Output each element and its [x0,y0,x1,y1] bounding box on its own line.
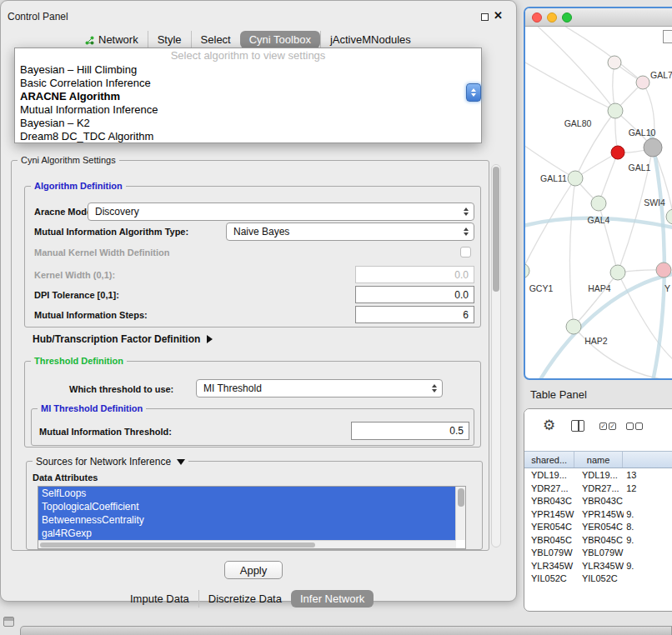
mi-threshold-group-title: MI Threshold Definition [38,403,146,413]
bottom-tab-discretize-data[interactable]: Discretize Data [198,590,291,608]
algorithm-option-mutual-information-inference[interactable]: Mutual Information Inference [15,103,481,117]
attribute-item-gal4rgexp[interactable]: gal4RGexp [38,527,456,540]
network-node-y[interactable] [656,262,671,278]
network-node-swi4[interactable] [666,209,672,224]
table-cell: YDL19... [524,469,575,482]
close-icon[interactable]: ✕ [494,9,503,22]
algorithm-combo-stepper[interactable] [466,83,481,102]
tab-network[interactable]: Network [76,31,148,48]
list-vscrollbar[interactable] [455,487,465,540]
table-row[interactable]: YBR045CYBR045C9. [524,534,672,548]
node-label-swi4: SWI4 [644,198,665,208]
close-traffic-light[interactable] [532,12,542,22]
bottom-tab-infer-network[interactable]: Infer Network [291,590,374,608]
column-header-shared[interactable]: shared... [524,452,574,468]
algorithm-option-dream8-dc-tdc-algorithm[interactable]: Dream8 DC_TDC Algorithm [15,130,481,143]
network-node-hap4[interactable] [610,265,625,280]
table-row[interactable]: YDR27...YDR27...12 [524,482,672,496]
network-titlebar[interactable] [525,8,672,27]
sources-section-toggle[interactable]: Sources for Network Inference [33,456,188,468]
node-label-gal1: GAL1 [629,162,651,172]
aracne-mode-combo[interactable]: Discovery [88,202,474,221]
tab-jactivemnodules[interactable]: jActiveMNodules [320,31,420,48]
unselect-all-columns-icon[interactable] [626,422,643,430]
table-cell: YBL079W [575,547,624,560]
node-label-gcy1: GCY1 [529,283,554,293]
tab-label: Impute Data [130,592,189,605]
algorithm-definition-title: Algorithm Definition [31,181,126,191]
tab-label: Infer Network [300,592,364,605]
algorithm-option-bayesian-hill-climbing[interactable]: Bayesian – Hill Climbing [15,63,481,77]
select-all-columns-icon[interactable]: ✓✓ [599,422,616,430]
columns-icon[interactable] [571,420,584,432]
table-cell: YBR045C [524,534,575,548]
network-canvas[interactable]: GAL7GAL80GAL10GAL1GAL11SWI4GAL4HAP4YGCY1… [525,27,672,380]
zoom-traffic-light[interactable] [562,12,572,22]
hub-section-toggle[interactable]: Hub/Transcription Factor Definition [33,333,213,345]
tab-cyni-toolbox[interactable]: Cyni Toolbox [240,31,320,48]
tab-label: Network [98,33,138,46]
table-cell: 12 [624,482,672,496]
sources-section-label: Sources for Network Inference [36,456,171,468]
table-cell: YIL052C [575,572,624,586]
tab-style[interactable]: Style [148,31,191,48]
network-node-gal4[interactable] [591,196,606,211]
scrollbar-thumb[interactable] [40,542,315,548]
list-hscrollbar[interactable] [38,540,456,548]
network-edge-highlighted [650,132,664,380]
column-header-name[interactable]: name [574,452,623,468]
network-node[interactable] [608,56,621,69]
algorithm-dropdown-popup: Select algorithm to view settings Bayesi… [14,48,482,143]
table-cell: YLR345W [524,560,575,573]
manual-kernel-checkbox[interactable] [460,247,471,258]
table-cell: YER054C [524,521,575,534]
network-node[interactable] [636,76,649,89]
table-row[interactable]: YBR043CYBR043C [524,495,672,508]
algorithm-option-basic-correlation-inference[interactable]: Basic Correlation Inference [15,77,481,90]
settings-scrollbar[interactable] [491,164,501,548]
network-edge [534,27,615,111]
tab-label: Select [201,33,231,46]
attribute-item-topologicalcoefficient[interactable]: TopologicalCoefficient [38,500,456,513]
scrollbar-thumb[interactable] [493,167,499,292]
minimize-traffic-light[interactable] [547,12,557,22]
table-row[interactable]: YDL19...YDL19...13 [524,469,672,482]
node-label-gal80: GAL80 [564,118,592,128]
algorithm-option-bayesian-k2[interactable]: Bayesian – K2 [15,117,481,130]
mi-type-combo[interactable]: Naive Bayes [226,222,474,241]
dpi-tolerance-field[interactable]: 0.0 [355,286,474,303]
panel-tabs: NetworkStyleSelectCyni ToolboxjActiveMNo… [76,30,420,49]
which-threshold-combo[interactable]: MI Threshold [196,379,443,398]
apply-button[interactable]: Apply [224,561,283,579]
table-row[interactable]: YBL079WYBL079W [524,547,672,560]
attribute-item-betweennesscentrality[interactable]: BetweennessCentrality [38,513,456,527]
network-node-gcy1[interactable] [525,263,529,278]
minimized-panel-icon[interactable] [3,617,14,627]
tab-select[interactable]: Select [191,31,240,48]
table-row[interactable]: YPR145WYPR145W9. [524,508,672,522]
attribute-item-selfloops[interactable]: SelfLoops [38,487,456,500]
column-header-col2[interactable] [623,452,672,468]
network-node-hap2[interactable] [566,319,581,334]
network-node-gal80[interactable] [608,103,623,118]
kernel-width-field[interactable]: 0.0 [355,266,474,283]
table-row[interactable]: YLR345WYLR345W9. [524,560,672,573]
network-node-gal1[interactable] [611,146,624,159]
algorithm-option-aracne-algorithm[interactable]: ARACNE Algorithm [15,90,481,103]
table-row[interactable]: YER054CYER054C8. [524,521,672,534]
mi-steps-field[interactable]: 6 [355,306,474,323]
kernel-width-label: Kernel Width (0,1): [34,270,115,280]
scrollbar-thumb[interactable] [458,488,464,507]
network-node-gal10[interactable] [644,138,662,157]
gear-icon[interactable]: ⚙ [543,417,555,434]
mi-type-label: Mutual Information Algorithm Type: [34,227,188,237]
which-threshold-label: Which threshold to use: [69,384,173,394]
float-window-icon[interactable] [481,13,489,21]
network-node-gal11[interactable] [568,171,583,186]
cyni-settings-group-label: Cyni Algorithm Settings [18,155,119,165]
network-tab-icon [85,35,94,44]
table-row[interactable]: YIL052CYIL052C [524,572,672,586]
mi-threshold-field[interactable]: 0.5 [351,422,469,440]
node-label-hap4: HAP4 [588,283,611,293]
bottom-tab-impute-data[interactable]: Impute Data [121,590,198,608]
